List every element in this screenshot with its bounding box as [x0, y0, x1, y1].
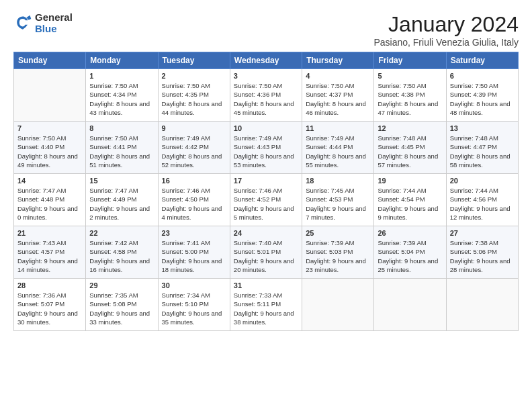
- day-number: 4: [306, 72, 370, 80]
- day-info: Sunrise: 7:50 AMSunset: 4:37 PMDaylight:…: [306, 81, 370, 117]
- calendar-cell: 29Sunrise: 7:35 AMSunset: 5:08 PMDayligh…: [86, 279, 158, 331]
- calendar-cell: 8Sunrise: 7:50 AMSunset: 4:41 PMDaylight…: [86, 122, 158, 174]
- day-info: Sunrise: 7:50 AMSunset: 4:39 PMDaylight:…: [450, 81, 515, 117]
- logo: General Blue: [13, 12, 73, 34]
- calendar-cell: [374, 279, 446, 331]
- day-number: 22: [89, 229, 154, 237]
- day-info: Sunrise: 7:35 AMSunset: 5:08 PMDaylight:…: [89, 291, 154, 326]
- day-number: 10: [234, 124, 298, 132]
- day-number: 18: [306, 177, 370, 185]
- calendar-cell: 12Sunrise: 7:48 AMSunset: 4:45 PMDayligh…: [374, 122, 446, 174]
- day-info: Sunrise: 7:40 AMSunset: 5:01 PMDaylight:…: [234, 238, 298, 274]
- day-info: Sunrise: 7:46 AMSunset: 4:50 PMDaylight:…: [162, 186, 226, 222]
- calendar-cell: 26Sunrise: 7:39 AMSunset: 5:04 PMDayligh…: [374, 226, 446, 279]
- day-info: Sunrise: 7:44 AMSunset: 4:56 PMDaylight:…: [450, 186, 515, 222]
- week-row-0: 1Sunrise: 7:50 AMSunset: 4:34 PMDaylight…: [14, 69, 519, 122]
- day-info: Sunrise: 7:41 AMSunset: 5:00 PMDaylight:…: [162, 238, 226, 274]
- calendar-cell: 3Sunrise: 7:50 AMSunset: 4:36 PMDaylight…: [230, 69, 302, 122]
- day-number: 1: [89, 72, 154, 80]
- calendar-cell: 11Sunrise: 7:49 AMSunset: 4:44 PMDayligh…: [302, 122, 374, 174]
- day-number: 11: [306, 124, 370, 132]
- calendar-cell: 25Sunrise: 7:39 AMSunset: 5:03 PMDayligh…: [302, 226, 374, 279]
- day-info: Sunrise: 7:38 AMSunset: 5:06 PMDaylight:…: [450, 238, 515, 274]
- calendar-cell: 15Sunrise: 7:47 AMSunset: 4:49 PMDayligh…: [86, 174, 158, 226]
- calendar-cell: [446, 279, 518, 331]
- calendar-cell: 27Sunrise: 7:38 AMSunset: 5:06 PMDayligh…: [446, 226, 518, 279]
- day-info: Sunrise: 7:36 AMSunset: 5:07 PMDaylight:…: [17, 291, 82, 326]
- logo-blue-text: Blue: [35, 24, 73, 35]
- day-number: 8: [89, 124, 154, 132]
- day-number: 6: [450, 72, 515, 80]
- calendar-cell: 16Sunrise: 7:46 AMSunset: 4:50 PMDayligh…: [158, 174, 230, 226]
- day-number: 14: [17, 177, 82, 185]
- day-info: Sunrise: 7:50 AMSunset: 4:41 PMDaylight:…: [89, 134, 154, 169]
- day-info: Sunrise: 7:49 AMSunset: 4:44 PMDaylight:…: [306, 134, 370, 169]
- day-number: 25: [306, 229, 370, 237]
- day-number: 21: [17, 229, 82, 237]
- day-info: Sunrise: 7:49 AMSunset: 4:42 PMDaylight:…: [162, 134, 226, 169]
- calendar-cell: [302, 279, 374, 331]
- day-number: 26: [378, 229, 442, 237]
- calendar-cell: 2Sunrise: 7:50 AMSunset: 4:35 PMDaylight…: [158, 69, 230, 122]
- day-number: 17: [234, 177, 298, 185]
- day-number: 13: [450, 124, 515, 132]
- calendar-cell: 30Sunrise: 7:34 AMSunset: 5:10 PMDayligh…: [158, 279, 230, 331]
- day-info: Sunrise: 7:49 AMSunset: 4:43 PMDaylight:…: [234, 134, 298, 169]
- day-info: Sunrise: 7:34 AMSunset: 5:10 PMDaylight:…: [162, 291, 226, 326]
- day-number: 31: [234, 281, 298, 289]
- day-info: Sunrise: 7:50 AMSunset: 4:38 PMDaylight:…: [378, 81, 442, 117]
- day-info: Sunrise: 7:43 AMSunset: 4:57 PMDaylight:…: [17, 238, 82, 274]
- header-tuesday: Tuesday: [158, 52, 230, 69]
- logo-text: General Blue: [35, 12, 73, 34]
- day-info: Sunrise: 7:50 AMSunset: 4:40 PMDaylight:…: [17, 134, 82, 169]
- day-number: 23: [162, 229, 226, 237]
- day-number: 30: [162, 281, 226, 289]
- calendar-cell: 31Sunrise: 7:33 AMSunset: 5:11 PMDayligh…: [230, 279, 302, 331]
- day-info: Sunrise: 7:50 AMSunset: 4:34 PMDaylight:…: [89, 81, 154, 117]
- week-row-4: 28Sunrise: 7:36 AMSunset: 5:07 PMDayligh…: [14, 279, 519, 331]
- month-title: January 2024: [373, 12, 519, 37]
- day-number: 28: [17, 281, 82, 289]
- header-saturday: Saturday: [446, 52, 518, 69]
- day-info: Sunrise: 7:39 AMSunset: 5:03 PMDaylight:…: [306, 238, 370, 274]
- week-row-3: 21Sunrise: 7:43 AMSunset: 4:57 PMDayligh…: [14, 226, 519, 279]
- day-info: Sunrise: 7:46 AMSunset: 4:52 PMDaylight:…: [234, 186, 298, 222]
- calendar-cell: 28Sunrise: 7:36 AMSunset: 5:07 PMDayligh…: [14, 279, 86, 331]
- calendar-cell: 17Sunrise: 7:46 AMSunset: 4:52 PMDayligh…: [230, 174, 302, 226]
- day-info: Sunrise: 7:50 AMSunset: 4:36 PMDaylight:…: [234, 81, 298, 117]
- calendar-cell: 9Sunrise: 7:49 AMSunset: 4:42 PMDaylight…: [158, 122, 230, 174]
- calendar-table: SundayMondayTuesdayWednesdayThursdayFrid…: [13, 52, 519, 331]
- calendar-cell: 13Sunrise: 7:48 AMSunset: 4:47 PMDayligh…: [446, 122, 518, 174]
- calendar-cell: 20Sunrise: 7:44 AMSunset: 4:56 PMDayligh…: [446, 174, 518, 226]
- calendar-cell: 14Sunrise: 7:47 AMSunset: 4:48 PMDayligh…: [14, 174, 86, 226]
- day-number: 2: [162, 72, 226, 80]
- logo-general-text: General: [35, 12, 73, 24]
- calendar-cell: [14, 69, 86, 122]
- header-friday: Friday: [374, 52, 446, 69]
- calendar-cell: 24Sunrise: 7:40 AMSunset: 5:01 PMDayligh…: [230, 226, 302, 279]
- calendar-cell: 7Sunrise: 7:50 AMSunset: 4:40 PMDaylight…: [14, 122, 86, 174]
- day-info: Sunrise: 7:45 AMSunset: 4:53 PMDaylight:…: [306, 186, 370, 222]
- calendar-cell: 18Sunrise: 7:45 AMSunset: 4:53 PMDayligh…: [302, 174, 374, 226]
- logo-icon: [13, 14, 32, 33]
- day-info: Sunrise: 7:39 AMSunset: 5:04 PMDaylight:…: [378, 238, 442, 274]
- location-title: Pasiano, Friuli Venezia Giulia, Italy: [373, 37, 519, 48]
- day-info: Sunrise: 7:44 AMSunset: 4:54 PMDaylight:…: [378, 186, 442, 222]
- day-number: 19: [378, 177, 442, 185]
- day-info: Sunrise: 7:48 AMSunset: 4:45 PMDaylight:…: [378, 134, 442, 169]
- header-sunday: Sunday: [14, 52, 86, 69]
- calendar-cell: 5Sunrise: 7:50 AMSunset: 4:38 PMDaylight…: [374, 69, 446, 122]
- day-info: Sunrise: 7:50 AMSunset: 4:35 PMDaylight:…: [162, 81, 226, 117]
- day-number: 5: [378, 72, 442, 80]
- day-number: 27: [450, 229, 515, 237]
- calendar-cell: 1Sunrise: 7:50 AMSunset: 4:34 PMDaylight…: [86, 69, 158, 122]
- page-container: General Blue January 2024 Pasiano, Friul…: [0, 0, 532, 338]
- day-info: Sunrise: 7:33 AMSunset: 5:11 PMDaylight:…: [234, 291, 298, 326]
- header-thursday: Thursday: [302, 52, 374, 69]
- calendar-header-row: SundayMondayTuesdayWednesdayThursdayFrid…: [14, 52, 519, 69]
- day-number: 7: [17, 124, 82, 132]
- day-info: Sunrise: 7:47 AMSunset: 4:48 PMDaylight:…: [17, 186, 82, 222]
- calendar-cell: 10Sunrise: 7:49 AMSunset: 4:43 PMDayligh…: [230, 122, 302, 174]
- week-row-1: 7Sunrise: 7:50 AMSunset: 4:40 PMDaylight…: [14, 122, 519, 174]
- day-number: 15: [89, 177, 154, 185]
